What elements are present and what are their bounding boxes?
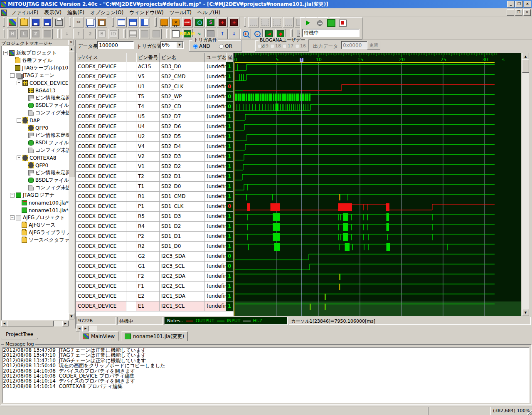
set-high-button[interactable]: H (7, 29, 18, 39)
tree-item[interactable]: 各種ファイル (10, 57, 52, 64)
extest-button[interactable]: ↓ (62, 29, 72, 39)
bypass-button[interactable]: B (96, 29, 107, 39)
child-close-button[interactable]: × (523, 9, 531, 16)
table-row[interactable]: CODEX_DEVICEP1SD1_CLK(undefined)0 (76, 202, 234, 212)
toolbar-grip[interactable] (3, 29, 5, 38)
pin-box-button[interactable] (139, 29, 150, 39)
tree-item[interactable]: ピン情報未定義 (23, 94, 69, 101)
run-button[interactable] (303, 18, 313, 28)
tree-item[interactable]: JTAGケーブル(np1010) (10, 64, 69, 72)
menu-w[interactable]: ウィンドウ(W) (126, 8, 167, 17)
data-length-input[interactable] (97, 41, 134, 49)
column-header[interactable]: 値 (226, 53, 234, 62)
scroll-left-icon[interactable]: ◀ (1, 321, 7, 326)
tree-item[interactable]: −CODEX_DEVICE (17, 79, 68, 86)
table-row[interactable]: CODEX_DEVICET2SD2_D1(undefined)1 (76, 172, 234, 182)
table-row[interactable]: CODEX_DEVICEV1SD2_D2(undefined)1 (76, 162, 234, 172)
table-row[interactable]: CODEX_DEVICEG1I2C3_SCL(undefined)0 (76, 262, 234, 272)
toolbar-grip[interactable] (244, 17, 246, 27)
output-data-input[interactable] (341, 41, 368, 49)
blogana-bit-19-checkbox[interactable]: 19 (258, 43, 268, 49)
tree-item[interactable]: −CORTEXA8 (17, 154, 56, 161)
cascade-windows-button[interactable] (116, 17, 127, 27)
copy-button[interactable] (85, 17, 96, 27)
collapse-icon[interactable]: − (17, 81, 21, 85)
table-row[interactable]: CODEX_DEVICET1SD2_D0(undefined)1 (76, 182, 234, 192)
tree-vscroll-thumb[interactable] (69, 52, 74, 177)
tile-vertical-button[interactable] (139, 17, 150, 27)
blogana-bit-18-checkbox[interactable]: 18 (270, 43, 281, 49)
tree-item[interactable]: コンフィグ未設定 (23, 184, 69, 191)
tree-vertical-scrollbar[interactable]: ▲ ▼ (69, 46, 74, 319)
wave-down-button[interactable]: ↓ (229, 29, 239, 39)
scroll-left-icon[interactable]: ◀ (76, 326, 83, 331)
tree-item[interactable]: QFP0 (23, 162, 48, 169)
table-row[interactable]: CODEX_DEVICEE2I2C1_SDA(undefined)1 (76, 291, 234, 301)
package-view-3-button[interactable] (271, 17, 282, 27)
table-row[interactable]: CODEX_DEVICEU2SD2_D5(undefined)1 (76, 132, 234, 142)
table-row[interactable]: CODEX_DEVICER5SD1_D3(undefined)1 (76, 212, 234, 222)
minimize-button[interactable]: _ (507, 1, 515, 7)
set-low-button[interactable]: L (19, 29, 30, 39)
resize-grip[interactable] (526, 410, 532, 415)
menu-e[interactable]: 編集(E) (64, 8, 87, 17)
package-view-2-button[interactable] (260, 17, 271, 27)
bram-button[interactable]: BRAM (182, 29, 193, 39)
idcode-button[interactable]: ID (108, 29, 119, 39)
scroll-down-icon[interactable]: ▼ (522, 309, 529, 316)
panel-close-icon[interactable]: × (68, 40, 74, 45)
collapse-icon[interactable]: − (10, 73, 15, 78)
table-row[interactable]: CODEX_DEVICEU5SD2_D7(undefined)1 (76, 112, 234, 122)
set-blank-button[interactable] (42, 29, 53, 39)
toolbar-grip[interactable] (155, 17, 157, 27)
table-row[interactable]: CODEX_DEVICEE1I2C1_SCL(undefined)1 (76, 301, 234, 311)
collapse-icon[interactable]: − (3, 51, 8, 55)
toolbar-grip[interactable] (166, 29, 168, 38)
scroll-right-icon[interactable]: ▶ (82, 326, 89, 331)
cut-button[interactable]: ✂ (73, 17, 84, 27)
child-restore-button[interactable]: ❐ (515, 9, 522, 16)
new-project-button[interactable] (7, 17, 18, 27)
restore-button[interactable]: ❐ (515, 1, 523, 7)
tree-item[interactable]: −DAP (17, 117, 39, 124)
tree-item[interactable]: noname101.jla* (17, 207, 69, 214)
waveform-horizontal-scrollbar[interactable]: ◀ ▶ (76, 326, 97, 331)
table-row[interactable]: CODEX_DEVICEV5SD2_CMD(undefined)1 (76, 72, 234, 82)
collapse-icon[interactable]: − (10, 215, 15, 220)
tab-mainview[interactable]: MainView (79, 331, 118, 341)
scroll-up-icon[interactable]: ▲ (522, 53, 529, 60)
table-row[interactable]: CODEX_DEVICER2SD1_D0(undefined)1 (76, 242, 234, 252)
cable-disconnect-button[interactable]: × (170, 17, 181, 27)
chevron-down-icon[interactable]: ▼ (176, 42, 183, 48)
tree-item[interactable]: −AJFGプロジェクト (10, 214, 65, 221)
wave-up-button[interactable]: ↑ (217, 29, 228, 39)
logana-run-button[interactable] (326, 18, 337, 28)
table-row[interactable]: CODEX_DEVICEU1SD2_CLK(undefined)0 (76, 82, 234, 92)
boundary-scan-button[interactable] (194, 17, 204, 27)
package-view-1-button[interactable] (248, 17, 259, 27)
sample-button[interactable]: ↑ (73, 29, 84, 39)
menu-h[interactable]: ヘルプ(H) (195, 8, 223, 17)
table-row[interactable]: CODEX_DEVICET4SD2_CD(undefined)0 (76, 102, 234, 112)
save-button[interactable] (30, 17, 41, 27)
tree-item[interactable]: コンフィグ未設定 (23, 109, 69, 116)
tree-item[interactable]: AJFGソース (17, 222, 56, 229)
column-header[interactable] (126, 53, 136, 62)
title-bar[interactable]: MITOUJTAG BASIC Version 2.40c - "C:¥MJ2D… (0, 0, 532, 8)
column-header[interactable]: デバイス (76, 53, 126, 62)
scroll-up-icon[interactable]: ▲ (69, 46, 74, 52)
logana-stop-button[interactable] (337, 18, 348, 28)
toolbar-grip[interactable] (112, 17, 114, 27)
acquisition-status-field[interactable] (302, 29, 360, 37)
tree-item[interactable]: QFP0 (23, 124, 48, 131)
table-row[interactable]: CODEX_DEVICEAC15SD3_D0(undefined)1 (76, 62, 234, 72)
trigger-or-radio[interactable]: OR (219, 43, 232, 49)
table-row[interactable]: CODEX_DEVICEU4SD2_D6(undefined)1 (76, 122, 234, 132)
set-hiz-button[interactable]: Z (30, 29, 41, 39)
tree-item[interactable]: −新規プロジェクト (3, 49, 57, 57)
child-minimize-button[interactable]: _ (507, 9, 514, 16)
tree-horizontal-scrollbar[interactable]: ◀ ▶ (1, 321, 69, 326)
tab-noname101-jla----[interactable]: noname101.jla(変更) (121, 331, 188, 341)
tree-item[interactable]: ピン情報未定義 (23, 169, 69, 176)
package-view-4-button[interactable] (283, 17, 294, 27)
